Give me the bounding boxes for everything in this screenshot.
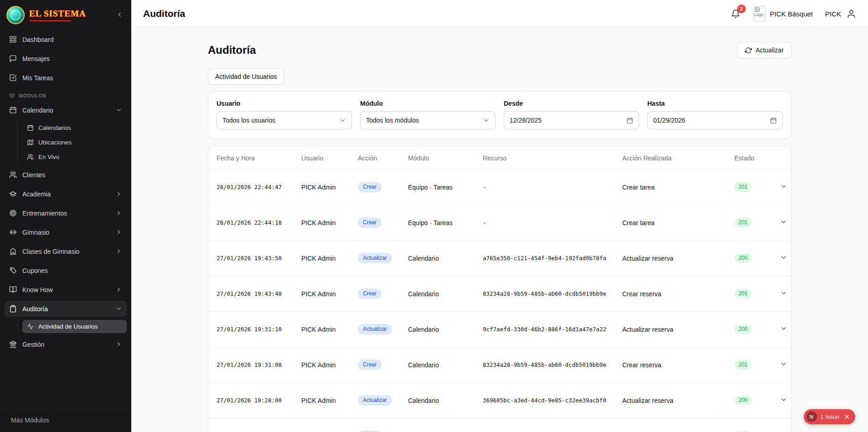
org-name: PICK Básquet: [770, 10, 813, 18]
sidebar-item-ubicaciones[interactable]: Ubicaciones: [22, 136, 127, 149]
cell-recurso: a765e350-c121-454f-9eb4-192fad0b78fa: [477, 241, 617, 276]
more-modules-link[interactable]: Más Módulos: [0, 409, 131, 432]
sidebar-item-gimnasio[interactable]: Gimnasio: [5, 224, 127, 240]
calendar-icon: [9, 106, 17, 114]
sidebar-item-clases-de-gimnasio[interactable]: Clases de Gimnasio: [5, 243, 127, 259]
sidebar-item-label: Clientes: [22, 172, 46, 178]
chevron-right-icon: [115, 210, 122, 216]
sidebar-item-label: Mis Tareas: [22, 75, 53, 81]
row-expand-button[interactable]: [778, 216, 789, 229]
hasta-date-input[interactable]: 01/29/2026: [647, 111, 783, 129]
sidebar-item-know-how[interactable]: Know How: [5, 282, 127, 298]
app-logo[interactable]: EL SISTEMA: [6, 6, 86, 24]
usuario-select[interactable]: Todos los usuarios: [217, 111, 352, 129]
app-logo-icon: [6, 6, 25, 24]
table-row[interactable]: 27/01/2026 19:27:58 PICK Admin Crear Cal…: [208, 418, 791, 432]
cell-accion-realizada: Crear tarea: [617, 205, 729, 241]
sidebar-section-modulos: MÓDULOS: [5, 89, 127, 99]
cell-recurso: -: [477, 170, 617, 205]
cell-expand: [773, 418, 791, 432]
cell-estado: 201: [729, 276, 773, 312]
sidebar-item-label: Auditoría: [22, 306, 48, 312]
audit-table-card: Fecha y Hora Usuario Acción Módulo Recur…: [208, 146, 791, 432]
sidebar-item-mensajes[interactable]: Mensajes: [5, 51, 127, 67]
action-badge: Actualizar: [358, 395, 392, 405]
sidebar-item-calendarios[interactable]: Calendarios: [22, 121, 127, 134]
desde-date-input[interactable]: 12/28/2025: [504, 111, 639, 129]
topbar: Auditoría 2 Logo PICK Básquet PICK: [131, 0, 868, 28]
status-badge: 200: [734, 253, 752, 262]
cell-accion: Crear: [352, 276, 403, 312]
sidebar-item-gestion[interactable]: Gestión: [5, 336, 127, 352]
column-header-expand: [773, 146, 791, 170]
sidebar-item-auditoria[interactable]: Auditoría: [5, 301, 127, 317]
sidebar-item-entrenamientos[interactable]: Entrenamientos: [5, 205, 127, 221]
table-row[interactable]: 27/01/2026 19:28:00 PICK Admin Actualiza…: [208, 383, 791, 418]
org-switcher[interactable]: Logo PICK Básquet: [754, 6, 813, 22]
chevron-down-icon: [780, 360, 787, 369]
cell-modulo: Calendario: [403, 276, 477, 312]
cell-estado: 201: [729, 170, 773, 205]
sidebar-item-dashboard[interactable]: Dashboard: [5, 31, 127, 47]
tab-actividad-de-usuarios[interactable]: Actividad de Usuarios: [208, 68, 284, 85]
refresh-button[interactable]: Actualizar: [737, 42, 791, 58]
page-title: Auditoría: [208, 44, 256, 57]
table-row[interactable]: 28/01/2026 22:44:47 PICK Admin Crear Equ…: [208, 170, 791, 205]
close-icon[interactable]: ✕: [843, 413, 850, 420]
table-row[interactable]: 27/01/2026 19:43:48 PICK Admin Crear Cal…: [208, 276, 791, 312]
cell-accion: Crear: [352, 347, 403, 383]
notifications-button[interactable]: 2: [730, 8, 741, 20]
filter-hasta: Hasta 01/29/2026: [647, 100, 783, 129]
sidebar-item-actividad-de-usuarios[interactable]: Actividad de Usuarios: [22, 320, 127, 333]
app-logo-title: EL SISTEMA: [29, 9, 86, 19]
row-expand-button[interactable]: [778, 430, 789, 432]
sidebar-item-academia[interactable]: Academia: [5, 186, 127, 202]
user-menu[interactable]: PICK: [825, 9, 856, 19]
row-expand-button[interactable]: [778, 252, 789, 264]
chevron-right-icon: [115, 286, 122, 293]
sidebar-item-label: Actividad de Usuarios: [38, 324, 98, 330]
app-logo-tagline: [29, 20, 71, 21]
notification-badge: 2: [737, 5, 746, 13]
cell-usuario: PICK Admin: [296, 205, 352, 241]
chevron-right-icon: [115, 229, 122, 236]
table-row[interactable]: 27/01/2026 19:31:10 PICK Admin Actualiza…: [208, 312, 791, 347]
clipboard-icon: [9, 305, 17, 313]
row-expand-button[interactable]: [778, 288, 789, 300]
row-expand-button[interactable]: [778, 359, 789, 371]
cell-accion-realizada: Crear tarea: [617, 170, 729, 205]
cell-estado: 201: [729, 347, 773, 383]
chevron-right-icon: [115, 190, 122, 197]
row-expand-button[interactable]: [778, 394, 789, 406]
section-label-text: MÓDULOS: [19, 93, 46, 98]
column-header-accion: Acción: [352, 146, 403, 170]
table-body: 28/01/2026 22:44:47 PICK Admin Crear Equ…: [208, 170, 791, 432]
row-expand-button[interactable]: [778, 323, 789, 335]
users-icon: [27, 154, 34, 160]
cell-recurso: -: [477, 205, 617, 241]
action-badge: Crear: [358, 217, 382, 227]
cell-accion-realizada: Actualizar reserva: [617, 312, 729, 347]
cell-modulo: Equipo · Tareas: [403, 205, 477, 241]
sidebar-item-mis-tareas[interactable]: Mis Tareas: [5, 70, 127, 86]
app-logo-text-wrap: EL SISTEMA: [29, 9, 86, 21]
modulo-select[interactable]: Todos los módulos: [360, 111, 496, 129]
cell-estado: 200: [729, 241, 773, 276]
chevron-down-icon: [339, 117, 346, 124]
cell-usuario: PICK Admin: [296, 276, 352, 312]
table-row[interactable]: 27/01/2026 19:31:08 PICK Admin Crear Cal…: [208, 347, 791, 383]
filter-modulo: Módulo Todos los módulos: [360, 100, 496, 129]
table-row[interactable]: 27/01/2026 19:43:50 PICK Admin Actualiza…: [208, 241, 791, 276]
table-row[interactable]: 28/01/2026 22:44:18 PICK Admin Crear Equ…: [208, 205, 791, 241]
status-badge: 200: [734, 396, 752, 405]
main-area: Auditoría 2 Logo PICK Básquet PICK: [131, 0, 868, 432]
sidebar-item-calendario[interactable]: Calendario: [5, 102, 127, 118]
sidebar-item-cupones[interactable]: Cupones: [5, 262, 127, 278]
sidebar-collapse-button[interactable]: [114, 9, 125, 21]
dev-issues-indicator[interactable]: N 1 Issue ✕: [804, 409, 856, 424]
cell-accion-realizada: Actualizar reserva: [617, 241, 729, 276]
cell-fecha: 28/01/2026 22:44:18: [208, 205, 296, 241]
sidebar-item-clientes[interactable]: Clientes: [5, 167, 127, 183]
sidebar-item-en-vivo[interactable]: En Vivo: [22, 150, 127, 164]
row-expand-button[interactable]: [778, 181, 789, 193]
